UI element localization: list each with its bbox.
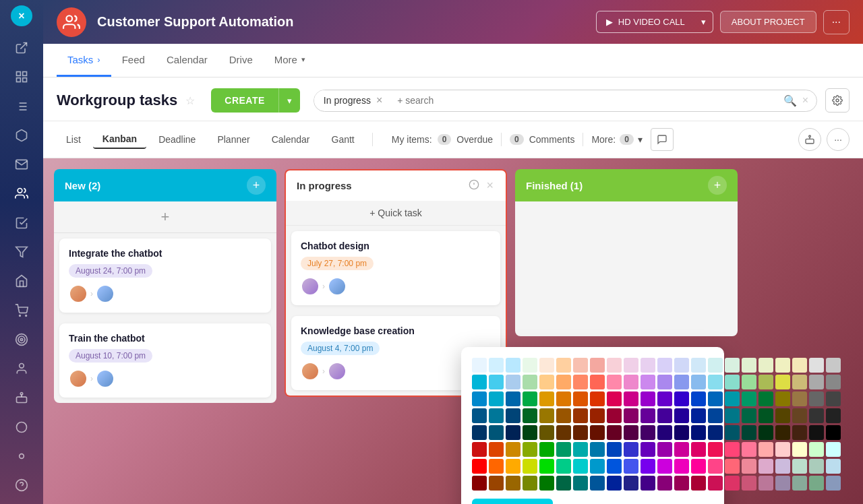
create-dropdown-button[interactable]: ▾ <box>278 88 300 113</box>
color-swatch[interactable] <box>708 459 723 474</box>
color-swatch[interactable] <box>489 425 504 440</box>
color-swatch[interactable] <box>674 459 689 474</box>
color-swatch[interactable] <box>674 442 689 457</box>
color-swatch[interactable] <box>539 442 554 457</box>
color-swatch[interactable] <box>556 459 571 474</box>
color-swatch[interactable] <box>691 375 706 389</box>
favorite-star-icon[interactable]: ☆ <box>185 94 195 107</box>
color-swatch[interactable] <box>758 476 773 491</box>
color-swatch[interactable] <box>590 391 605 406</box>
color-swatch[interactable] <box>573 425 588 440</box>
color-swatch[interactable] <box>506 425 520 440</box>
color-swatch[interactable] <box>809 358 824 373</box>
sidebar-icon-help[interactable] <box>8 472 35 499</box>
color-swatch[interactable] <box>657 459 672 474</box>
color-swatch[interactable] <box>758 391 773 406</box>
color-swatch[interactable] <box>792 425 807 440</box>
color-swatch[interactable] <box>539 476 554 491</box>
color-swatch[interactable] <box>708 358 723 373</box>
color-swatch[interactable] <box>523 375 537 389</box>
sidebar-icon-external[interactable] <box>8 34 35 61</box>
color-swatch[interactable] <box>556 408 571 423</box>
quick-task-button[interactable]: + Quick task <box>286 201 506 226</box>
sidebar-icon-contacts[interactable] <box>8 356 35 382</box>
sidebar-icon-mail[interactable] <box>8 152 35 178</box>
search-clear-icon[interactable]: × <box>802 94 808 106</box>
tab-tasks[interactable]: Tasks › <box>57 44 111 77</box>
video-call-button[interactable]: ▶ HD VIDEO CALL <box>596 11 694 33</box>
color-swatch[interactable] <box>590 358 605 373</box>
color-swatch[interactable] <box>775 408 790 423</box>
tab-more[interactable]: More ▾ <box>264 44 316 77</box>
color-swatch[interactable] <box>523 408 537 423</box>
color-swatch[interactable] <box>573 375 588 389</box>
color-swatch[interactable] <box>809 391 824 406</box>
color-swatch[interactable] <box>792 375 807 389</box>
color-swatch[interactable] <box>758 408 773 423</box>
color-swatch[interactable] <box>624 408 638 423</box>
color-swatch[interactable] <box>792 459 807 474</box>
color-swatch[interactable] <box>775 391 790 406</box>
color-swatch[interactable] <box>590 476 605 491</box>
sidebar-icon-target[interactable] <box>8 326 35 352</box>
color-swatch[interactable] <box>523 425 537 440</box>
color-swatch[interactable] <box>489 408 504 423</box>
color-swatch[interactable] <box>775 375 790 389</box>
color-swatch[interactable] <box>472 358 487 373</box>
view-tab-kanban[interactable]: Kanban <box>93 130 146 149</box>
color-swatch[interactable] <box>725 358 740 373</box>
color-swatch[interactable] <box>742 425 756 440</box>
color-swatch[interactable] <box>691 358 706 373</box>
color-swatch[interactable] <box>624 476 638 491</box>
color-swatch[interactable] <box>590 459 605 474</box>
color-swatch[interactable] <box>674 375 689 389</box>
color-swatch[interactable] <box>691 425 706 440</box>
close-button[interactable]: × <box>11 5 32 26</box>
color-swatch[interactable] <box>489 375 504 389</box>
tab-calendar[interactable]: Calendar <box>156 44 218 77</box>
color-swatch[interactable] <box>657 425 672 440</box>
color-swatch[interactable] <box>792 442 807 457</box>
color-swatch[interactable] <box>792 358 807 373</box>
color-swatch[interactable] <box>573 408 588 423</box>
color-swatch[interactable] <box>725 442 740 457</box>
color-swatch[interactable] <box>657 442 672 457</box>
color-swatch[interactable] <box>792 476 807 491</box>
color-swatch[interactable] <box>641 408 655 423</box>
color-swatch[interactable] <box>556 391 571 406</box>
color-swatch[interactable] <box>472 425 487 440</box>
task-card-train-chatbot[interactable]: Train the chatbot August 10, 7:00 pm › <box>59 323 271 398</box>
column-new-add-button[interactable]: + <box>247 176 266 195</box>
color-swatch[interactable] <box>775 459 790 474</box>
color-swatch[interactable] <box>742 476 756 491</box>
tab-feed[interactable]: Feed <box>111 44 156 77</box>
color-swatch[interactable] <box>809 408 824 423</box>
sidebar-icon-circle[interactable] <box>8 443 35 469</box>
color-swatch[interactable] <box>641 391 655 406</box>
color-swatch[interactable] <box>758 375 773 389</box>
color-swatch[interactable] <box>607 408 622 423</box>
view-tab-gantt[interactable]: Gantt <box>322 131 364 148</box>
color-swatch[interactable] <box>691 476 706 491</box>
color-swatch[interactable] <box>506 375 520 389</box>
color-swatch[interactable] <box>657 408 672 423</box>
color-swatch[interactable] <box>775 358 790 373</box>
robot-icon-btn[interactable] <box>798 128 821 151</box>
view-tab-planner[interactable]: Planner <box>208 131 259 148</box>
color-swatch[interactable] <box>489 459 504 474</box>
more-options-icon-btn[interactable]: ··· <box>827 128 850 151</box>
sidebar-icon-users[interactable] <box>8 181 35 207</box>
color-swatch[interactable] <box>708 425 723 440</box>
color-swatch[interactable] <box>539 459 554 474</box>
color-swatch[interactable] <box>691 442 706 457</box>
color-swatch[interactable] <box>657 358 672 373</box>
color-swatch[interactable] <box>607 442 622 457</box>
color-swatch[interactable] <box>607 459 622 474</box>
color-swatch[interactable] <box>489 442 504 457</box>
color-swatch[interactable] <box>556 358 571 373</box>
color-swatch[interactable] <box>708 375 723 389</box>
color-swatch[interactable] <box>573 391 588 406</box>
color-swatch[interactable] <box>489 476 504 491</box>
color-swatch[interactable] <box>556 375 571 389</box>
color-swatch[interactable] <box>624 391 638 406</box>
